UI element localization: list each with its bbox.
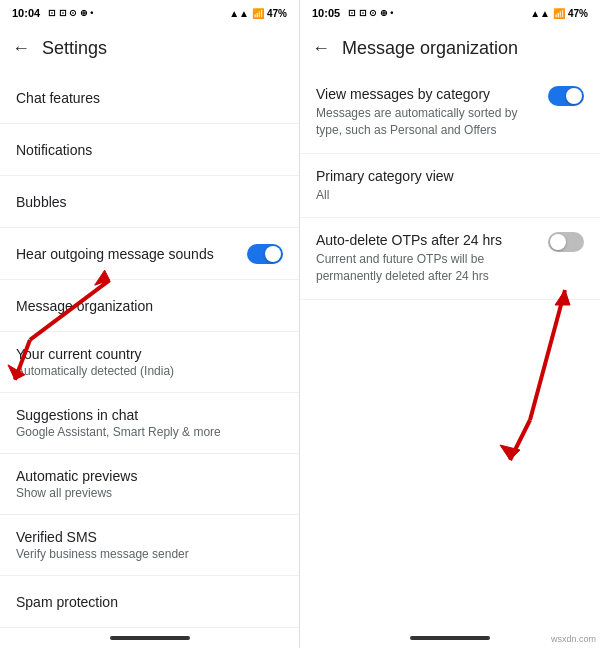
chat-features-label: Chat features	[16, 90, 283, 106]
signal-icon-right: ▲▲	[530, 8, 550, 19]
country-label: Your current country	[16, 346, 283, 362]
left-status-bar: 10:04 ⊡ ⊡ ⊙ ⊕ • ▲▲ 📶 47%	[0, 0, 299, 24]
right-home-bar	[410, 636, 490, 640]
wifi-icon-right: 📶	[553, 8, 565, 19]
notification-icons-left: ⊡ ⊡ ⊙ ⊕ •	[48, 8, 93, 18]
settings-item-hear-sounds[interactable]: Hear outgoing message sounds	[0, 228, 299, 280]
right-screen-title: Message organization	[342, 38, 518, 59]
hear-sounds-toggle[interactable]	[247, 244, 283, 264]
msg-org-item-primary-category[interactable]: Primary category view All	[300, 154, 600, 219]
settings-item-auto-previews[interactable]: Automatic previews Show all previews	[0, 454, 299, 515]
time-left: 10:04	[12, 7, 40, 19]
msg-org-list: View messages by category Messages are a…	[300, 72, 600, 628]
left-screen-title: Settings	[42, 38, 107, 59]
settings-item-message-org[interactable]: Message organization	[0, 280, 299, 332]
status-icons-left: ▲▲ 📶 47%	[229, 8, 287, 19]
battery-right: 47%	[568, 8, 588, 19]
spam-label: Spam protection	[16, 594, 283, 610]
watermark: wsxdn.com	[551, 634, 596, 644]
primary-category-subtitle: All	[316, 187, 576, 204]
settings-item-notifications[interactable]: Notifications	[0, 124, 299, 176]
suggestions-subtitle: Google Assistant, Smart Reply & more	[16, 425, 283, 439]
msg-org-item-auto-delete-otp[interactable]: Auto-delete OTPs after 24 hrs Current an…	[300, 218, 600, 300]
battery-left: 47%	[267, 8, 287, 19]
settings-item-chat-features[interactable]: Chat features	[0, 72, 299, 124]
status-time-right: 10:05 ⊡ ⊡ ⊙ ⊕ •	[312, 7, 393, 19]
settings-item-suggestions[interactable]: Suggestions in chat Google Assistant, Sm…	[0, 393, 299, 454]
country-subtitle: Automatically detected (India)	[16, 364, 283, 378]
auto-previews-label: Automatic previews	[16, 468, 283, 484]
signal-icon-left: ▲▲	[229, 8, 249, 19]
left-top-bar: ← Settings	[0, 24, 299, 72]
settings-list: Chat features Notifications Bubbles Hear…	[0, 72, 299, 628]
settings-item-spam[interactable]: Spam protection	[0, 576, 299, 628]
wifi-icon-left: 📶	[252, 8, 264, 19]
settings-item-country[interactable]: Your current country Automatically detec…	[0, 332, 299, 393]
view-by-category-toggle[interactable]	[548, 86, 584, 106]
view-by-category-subtitle: Messages are automatically sorted by typ…	[316, 105, 540, 139]
auto-delete-otp-title: Auto-delete OTPs after 24 hrs	[316, 232, 540, 248]
left-home-bar	[110, 636, 190, 640]
msg-org-item-view-by-category[interactable]: View messages by category Messages are a…	[300, 72, 600, 154]
time-right: 10:05	[312, 7, 340, 19]
right-top-bar: ← Message organization	[300, 24, 600, 72]
status-icons-right: ▲▲ 📶 47%	[530, 8, 588, 19]
notification-icons-right: ⊡ ⊡ ⊙ ⊕ •	[348, 8, 393, 18]
hear-sounds-label: Hear outgoing message sounds	[16, 246, 247, 262]
auto-delete-otp-subtitle: Current and future OTPs will be permanen…	[316, 251, 540, 285]
view-by-category-title: View messages by category	[316, 86, 540, 102]
status-time-left: 10:04 ⊡ ⊡ ⊙ ⊕ •	[12, 7, 93, 19]
left-screen: 10:04 ⊡ ⊡ ⊙ ⊕ • ▲▲ 📶 47% ← Settings Chat…	[0, 0, 300, 648]
verified-sms-label: Verified SMS	[16, 529, 283, 545]
right-status-bar: 10:05 ⊡ ⊡ ⊙ ⊕ • ▲▲ 📶 47%	[300, 0, 600, 24]
left-home-indicator	[0, 628, 299, 648]
auto-delete-otp-toggle[interactable]	[548, 232, 584, 252]
back-button-right[interactable]: ←	[312, 38, 330, 59]
suggestions-label: Suggestions in chat	[16, 407, 283, 423]
primary-category-title: Primary category view	[316, 168, 576, 184]
notifications-label: Notifications	[16, 142, 283, 158]
message-org-label: Message organization	[16, 298, 283, 314]
auto-previews-subtitle: Show all previews	[16, 486, 283, 500]
bubbles-label: Bubbles	[16, 194, 283, 210]
verified-sms-subtitle: Verify business message sender	[16, 547, 283, 561]
settings-item-verified-sms[interactable]: Verified SMS Verify business message sen…	[0, 515, 299, 576]
back-button-left[interactable]: ←	[12, 38, 30, 59]
settings-item-bubbles[interactable]: Bubbles	[0, 176, 299, 228]
right-screen: 10:05 ⊡ ⊡ ⊙ ⊕ • ▲▲ 📶 47% ← Message organ…	[300, 0, 600, 648]
